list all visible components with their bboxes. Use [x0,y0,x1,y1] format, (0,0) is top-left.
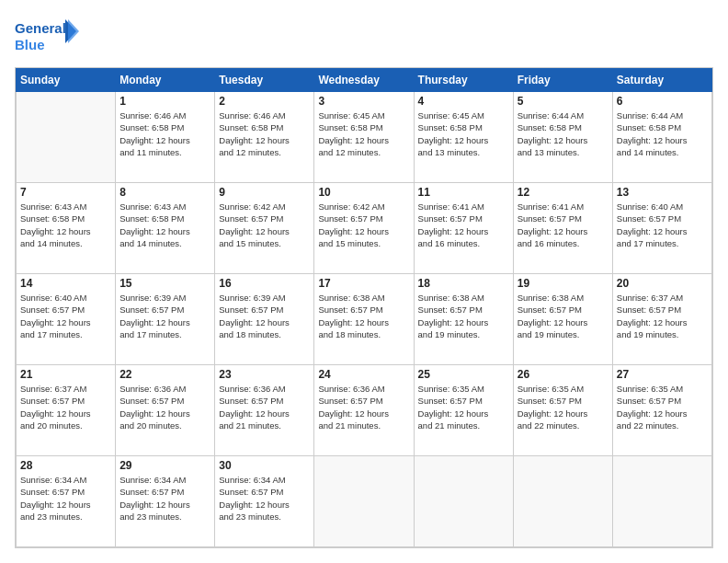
day-number: 9 [219,186,310,199]
day-info: Sunrise: 6:38 AM Sunset: 6:57 PM Dayligh… [418,292,509,340]
day-number: 15 [119,277,210,290]
calendar-cell [314,456,414,547]
calendar-cell: 3Sunrise: 6:45 AM Sunset: 6:58 PM Daylig… [314,92,414,183]
calendar-cell: 4Sunrise: 6:45 AM Sunset: 6:58 PM Daylig… [414,92,513,183]
calendar-cell: 26Sunrise: 6:35 AM Sunset: 6:57 PM Dayli… [513,365,612,456]
calendar-cell: 19Sunrise: 6:38 AM Sunset: 6:57 PM Dayli… [513,274,612,365]
weekday-header: Friday [513,69,612,92]
day-number: 1 [119,95,210,108]
calendar-cell: 22Sunrise: 6:36 AM Sunset: 6:57 PM Dayli… [116,365,215,456]
calendar-cell: 20Sunrise: 6:37 AM Sunset: 6:57 PM Dayli… [612,274,711,365]
weekday-header: Thursday [414,69,513,92]
svg-text:Blue: Blue [15,37,45,52]
day-info: Sunrise: 6:36 AM Sunset: 6:57 PM Dayligh… [318,383,409,431]
day-info: Sunrise: 6:42 AM Sunset: 6:57 PM Dayligh… [219,201,310,249]
weekday-header: Monday [116,69,215,92]
day-number: 24 [318,368,409,381]
day-number: 14 [20,277,111,290]
calendar-cell [414,456,513,547]
day-info: Sunrise: 6:40 AM Sunset: 6:57 PM Dayligh… [20,292,111,340]
day-info: Sunrise: 6:45 AM Sunset: 6:58 PM Dayligh… [418,109,509,158]
calendar-cell: 29Sunrise: 6:34 AM Sunset: 6:57 PM Dayli… [116,456,215,547]
calendar-cell [17,92,116,183]
day-number: 5 [518,95,609,108]
calendar-cell: 23Sunrise: 6:36 AM Sunset: 6:57 PM Dayli… [215,365,314,456]
day-number: 30 [219,459,310,472]
svg-marker-3 [68,19,79,43]
calendar-week-row: 1Sunrise: 6:46 AM Sunset: 6:58 PM Daylig… [17,92,712,183]
calendar-week-row: 28Sunrise: 6:34 AM Sunset: 6:57 PM Dayli… [17,456,712,547]
calendar-cell: 25Sunrise: 6:35 AM Sunset: 6:57 PM Dayli… [414,365,513,456]
calendar-cell: 16Sunrise: 6:39 AM Sunset: 6:57 PM Dayli… [215,274,314,365]
day-number: 29 [119,459,210,472]
day-info: Sunrise: 6:35 AM Sunset: 6:57 PM Dayligh… [418,383,509,431]
weekday-header: Tuesday [215,69,314,92]
logo: General Blue [15,15,79,56]
day-number: 16 [219,277,310,290]
day-info: Sunrise: 6:35 AM Sunset: 6:57 PM Dayligh… [518,383,609,431]
day-number: 22 [119,368,210,381]
day-number: 8 [119,186,210,199]
calendar-week-row: 21Sunrise: 6:37 AM Sunset: 6:57 PM Dayli… [17,365,712,456]
day-info: Sunrise: 6:37 AM Sunset: 6:57 PM Dayligh… [617,292,708,340]
calendar-cell: 9Sunrise: 6:42 AM Sunset: 6:57 PM Daylig… [215,183,314,274]
calendar-cell: 30Sunrise: 6:34 AM Sunset: 6:57 PM Dayli… [215,456,314,547]
day-info: Sunrise: 6:42 AM Sunset: 6:57 PM Dayligh… [318,201,409,249]
day-number: 17 [318,277,409,290]
calendar-cell: 6Sunrise: 6:44 AM Sunset: 6:58 PM Daylig… [612,92,711,183]
weekday-header: Wednesday [314,69,414,92]
day-info: Sunrise: 6:45 AM Sunset: 6:58 PM Dayligh… [318,109,409,158]
calendar-cell: 1Sunrise: 6:46 AM Sunset: 6:58 PM Daylig… [116,92,215,183]
day-number: 26 [518,368,609,381]
calendar-cell: 24Sunrise: 6:36 AM Sunset: 6:57 PM Dayli… [314,365,414,456]
calendar-cell: 5Sunrise: 6:44 AM Sunset: 6:58 PM Daylig… [513,92,612,183]
day-info: Sunrise: 6:41 AM Sunset: 6:57 PM Dayligh… [518,201,609,249]
day-info: Sunrise: 6:35 AM Sunset: 6:57 PM Dayligh… [617,383,708,431]
calendar-cell: 2Sunrise: 6:46 AM Sunset: 6:58 PM Daylig… [215,92,314,183]
day-info: Sunrise: 6:43 AM Sunset: 6:58 PM Dayligh… [119,201,210,249]
calendar-cell: 12Sunrise: 6:41 AM Sunset: 6:57 PM Dayli… [513,183,612,274]
calendar-week-row: 14Sunrise: 6:40 AM Sunset: 6:57 PM Dayli… [17,274,712,365]
day-number: 11 [418,186,509,199]
day-info: Sunrise: 6:34 AM Sunset: 6:57 PM Dayligh… [20,474,111,523]
day-number: 4 [418,95,509,108]
calendar-cell: 28Sunrise: 6:34 AM Sunset: 6:57 PM Dayli… [17,456,116,547]
day-info: Sunrise: 6:39 AM Sunset: 6:57 PM Dayligh… [219,292,310,340]
svg-text:General: General [15,20,66,36]
day-info: Sunrise: 6:34 AM Sunset: 6:57 PM Dayligh… [119,474,210,523]
day-number: 12 [518,186,609,199]
calendar-cell: 27Sunrise: 6:35 AM Sunset: 6:57 PM Dayli… [612,365,711,456]
day-info: Sunrise: 6:39 AM Sunset: 6:57 PM Dayligh… [119,292,210,340]
day-info: Sunrise: 6:46 AM Sunset: 6:58 PM Dayligh… [219,109,310,158]
calendar-cell [612,456,711,547]
day-info: Sunrise: 6:38 AM Sunset: 6:57 PM Dayligh… [518,292,609,340]
calendar: SundayMondayTuesdayWednesdayThursdayFrid… [15,67,713,548]
calendar-cell: 11Sunrise: 6:41 AM Sunset: 6:57 PM Dayli… [414,183,513,274]
day-number: 13 [617,186,708,199]
day-info: Sunrise: 6:38 AM Sunset: 6:57 PM Dayligh… [318,292,409,340]
logo-svg: General Blue [15,15,79,56]
day-number: 23 [219,368,310,381]
calendar-week-row: 7Sunrise: 6:43 AM Sunset: 6:58 PM Daylig… [17,183,712,274]
day-number: 21 [20,368,111,381]
calendar-cell: 21Sunrise: 6:37 AM Sunset: 6:57 PM Dayli… [17,365,116,456]
calendar-cell: 14Sunrise: 6:40 AM Sunset: 6:57 PM Dayli… [17,274,116,365]
day-info: Sunrise: 6:43 AM Sunset: 6:58 PM Dayligh… [20,201,111,249]
day-number: 25 [418,368,509,381]
calendar-cell: 10Sunrise: 6:42 AM Sunset: 6:57 PM Dayli… [314,183,414,274]
weekday-header: Saturday [612,69,711,92]
calendar-cell: 13Sunrise: 6:40 AM Sunset: 6:57 PM Dayli… [612,183,711,274]
day-number: 10 [318,186,409,199]
day-info: Sunrise: 6:46 AM Sunset: 6:58 PM Dayligh… [119,109,210,158]
calendar-cell: 15Sunrise: 6:39 AM Sunset: 6:57 PM Dayli… [116,274,215,365]
day-info: Sunrise: 6:44 AM Sunset: 6:58 PM Dayligh… [518,109,609,158]
day-number: 20 [617,277,708,290]
day-number: 28 [20,459,111,472]
day-number: 27 [617,368,708,381]
calendar-cell [513,456,612,547]
day-number: 2 [219,95,310,108]
day-number: 6 [617,95,708,108]
calendar-cell: 7Sunrise: 6:43 AM Sunset: 6:58 PM Daylig… [17,183,116,274]
day-info: Sunrise: 6:36 AM Sunset: 6:57 PM Dayligh… [219,383,310,431]
day-number: 7 [20,186,111,199]
